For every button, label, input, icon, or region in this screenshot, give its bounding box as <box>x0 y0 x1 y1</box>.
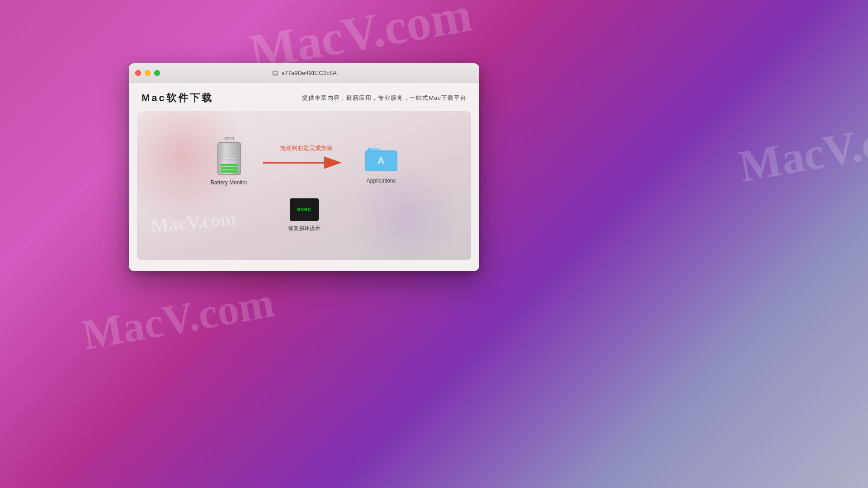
minimize-button[interactable] <box>145 70 151 76</box>
window-title: a77a9De491EC2c8A <box>281 70 336 76</box>
drag-row: Battery Monitor 拖动到右边完成安装 <box>211 140 397 186</box>
battery-monitor-label: Battery Monitor <box>211 179 247 186</box>
applications-folder-label: Applications <box>367 178 396 184</box>
battery-monitor-item[interactable]: Battery Monitor <box>211 140 247 186</box>
applications-folder-icon: A <box>365 141 397 174</box>
battery-bar-4 <box>221 161 238 163</box>
installer-window: a77a9De491EC2c8A Mac软件下载 提供丰富内容，最新应用，专业服… <box>129 63 479 271</box>
background-watermark-2: MacV.co <box>735 113 868 192</box>
brand-title: Mac软件下载 <box>142 91 213 105</box>
battery-bar-3 <box>221 164 238 166</box>
disk-icon <box>271 70 278 77</box>
battery-body <box>217 142 241 175</box>
titlebar: a77a9De491EC2c8A <box>129 63 479 83</box>
close-button[interactable] <box>135 70 141 76</box>
battery-monitor-icon <box>213 140 245 176</box>
window-header: Mac软件下载 提供丰富内容，最新应用，专业服务，一站式Mac下载平台 <box>129 83 479 111</box>
background-watermark-3: MacV.com <box>79 277 278 360</box>
battery-bar-5 <box>221 158 238 160</box>
battery-bar-1 <box>221 170 238 173</box>
window-title-area: a77a9De491EC2c8A <box>271 70 336 77</box>
drag-arrow-container: 拖动到右边完成安装 <box>261 156 351 169</box>
applications-folder-item[interactable]: A Applications <box>365 141 397 184</box>
install-content: Battery Monitor 拖动到右边完成安装 <box>137 111 471 260</box>
exec-item[interactable]: exec 修复损坏提示 <box>288 198 321 232</box>
svg-rect-1 <box>273 72 277 74</box>
battery-top <box>225 137 234 140</box>
battery-bar-2 <box>221 167 238 169</box>
drag-instruction: 拖动到右边完成安装 <box>280 144 333 152</box>
svg-point-2 <box>274 74 275 75</box>
drag-arrow-icon <box>261 156 351 169</box>
battery-bars <box>221 158 238 173</box>
svg-text:A: A <box>377 155 385 166</box>
maximize-button[interactable] <box>154 70 160 76</box>
exec-label: 修复损坏提示 <box>288 225 321 232</box>
exec-icon: exec <box>290 198 319 221</box>
header-tagline: 提供丰富内容，最新应用，专业服务，一站式Mac下载平台 <box>302 94 467 102</box>
installer-area: Battery Monitor 拖动到右边完成安装 <box>137 111 471 260</box>
